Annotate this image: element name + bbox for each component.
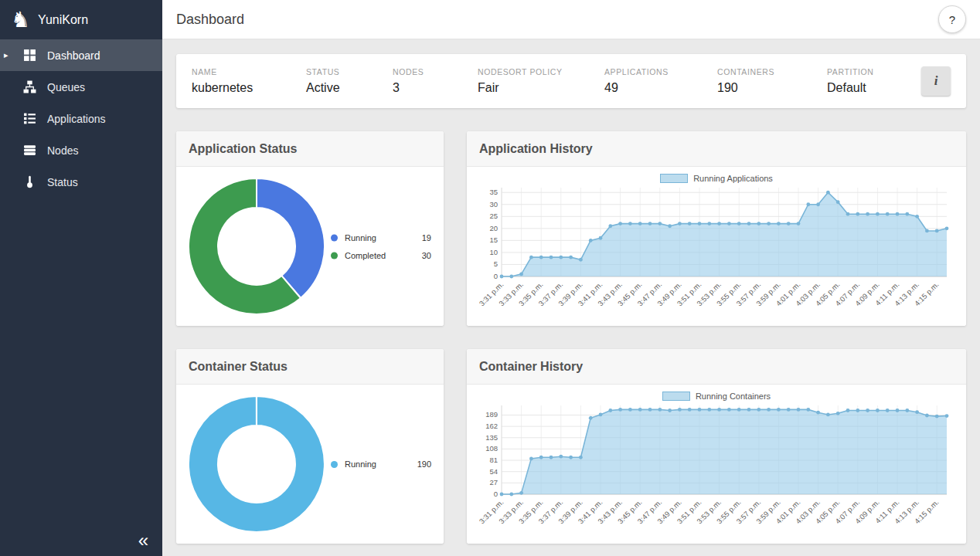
sidebar-item-label: Status (47, 176, 78, 188)
legend-label: Running Applications (693, 174, 773, 183)
application-history-chart-area: Running Applications 3:31 p.m.3:33 p.m.3… (467, 167, 966, 326)
svg-text:5: 5 (494, 259, 498, 268)
svg-text:135: 135 (485, 433, 498, 442)
svg-text:0: 0 (494, 490, 498, 498)
status-icon (23, 175, 36, 188)
application-status-card: Application Status Running 19 (176, 131, 444, 326)
card-title: Container History (479, 360, 583, 374)
sidebar-item-label: Nodes (47, 144, 78, 157)
sidebar-item-label: Applications (47, 113, 106, 125)
legend-value: 19 (422, 233, 431, 242)
legend-swatch-icon (662, 392, 690, 401)
cluster-info-bar: NAME kubernetes STATUS Active NODES 3 NO… (176, 54, 966, 108)
info-field-value: kubernetes (192, 81, 306, 95)
info-button[interactable]: i (921, 66, 951, 96)
legend-swatch-icon (660, 174, 688, 183)
info-field-containers: CONTAINERS 190 (717, 67, 827, 95)
dashboard-icon (23, 49, 36, 62)
info-field-label: NODESORT POLICY (478, 67, 604, 76)
chart-legend[interactable]: Running Containers (662, 392, 771, 401)
legend-value: 30 (422, 251, 431, 260)
svg-text:35: 35 (489, 188, 498, 196)
svg-text:25: 25 (489, 212, 498, 220)
container-status-chart-area: Running 190 (176, 385, 444, 544)
sidebar-collapse-button[interactable]: « (134, 530, 153, 551)
info-field-value: 49 (604, 81, 717, 95)
sidebar-item-queues[interactable]: Queues (0, 71, 162, 103)
unicorn-logo-icon: ♞ (11, 9, 30, 31)
nodes-icon (23, 144, 36, 157)
info-field-value: Active (306, 81, 393, 95)
application-history-chart[interactable]: 3:31 p.m.3:33 p.m.3:35 p.m.3:37 p.m.3:39… (475, 184, 958, 320)
svg-text:81: 81 (489, 456, 498, 464)
svg-text:15: 15 (489, 236, 498, 244)
svg-text:20: 20 (489, 224, 498, 232)
container-history-chart-area: Running Containers 3:31 p.m.3:33 p.m.3:3… (467, 385, 966, 544)
chart-legend[interactable]: Running Applications (660, 174, 773, 183)
yunikorn-app: ♞ YuniKorn ▸ Dashboard Queues (0, 0, 980, 556)
card-title: Application Status (189, 142, 297, 156)
container-history-chart[interactable]: 3:31 p.m.3:33 p.m.3:35 p.m.3:37 p.m.3:39… (475, 402, 958, 537)
info-field-nodes: NODES 3 (393, 67, 478, 95)
brand-name: YuniKorn (38, 13, 88, 27)
legend-value: 190 (417, 459, 431, 469)
applications-icon (23, 112, 36, 125)
sidebar-item-status[interactable]: Status (0, 166, 162, 198)
svg-text:30: 30 (489, 200, 498, 208)
donut-legend: Running 190 (331, 459, 431, 469)
brand: ♞ YuniKorn (0, 0, 162, 39)
cards-grid: Application Status Running 19 (176, 131, 966, 544)
legend-item-running[interactable]: Running 19 (331, 233, 431, 242)
svg-text:108: 108 (485, 444, 498, 453)
svg-text:27: 27 (489, 478, 498, 486)
sidebar-item-label: Dashboard (47, 49, 100, 62)
card-header: Application Status (176, 131, 444, 167)
svg-text:54: 54 (489, 467, 498, 476)
info-field-label: STATUS (306, 67, 393, 76)
sidebar-nav: ▸ Dashboard Queues Applications (0, 39, 162, 198)
info-field-label: APPLICATIONS (604, 67, 717, 76)
svg-text:162: 162 (485, 422, 498, 430)
info-field-applications: APPLICATIONS 49 (604, 67, 717, 95)
application-status-chart-area: Running 19 Completed 30 (176, 167, 444, 326)
sidebar-item-applications[interactable]: Applications (0, 103, 162, 134)
card-header: Container History (467, 349, 966, 385)
info-field-value: Fair (478, 81, 604, 95)
info-field-nodesort-policy: NODESORT POLICY Fair (478, 67, 604, 95)
card-title: Container Status (189, 360, 288, 374)
main-area: Dashboard ? NAME kubernetes STATUS Activ… (162, 0, 980, 556)
svg-text:189: 189 (485, 410, 498, 419)
help-button[interactable]: ? (938, 5, 966, 33)
sidebar-item-label: Queues (47, 81, 85, 93)
info-field-value: 3 (393, 81, 478, 95)
container-history-card: Container History Running Containers 3:3… (467, 349, 966, 544)
info-field-label: NODES (393, 67, 478, 76)
application-status-donut-chart[interactable] (183, 173, 330, 320)
info-field-status: STATUS Active (306, 67, 393, 95)
active-item-arrow-icon: ▸ (4, 50, 9, 60)
card-title: Application History (479, 142, 593, 156)
svg-text:10: 10 (489, 248, 498, 256)
legend-item-completed[interactable]: Completed 30 (331, 251, 431, 260)
legend-label: Running Containers (696, 392, 771, 401)
info-field-label: NAME (192, 67, 306, 76)
svg-text:0: 0 (494, 272, 498, 280)
legend-label: Completed (345, 251, 422, 260)
info-field-partition: PARTITION Default (827, 67, 921, 95)
sidebar-item-nodes[interactable]: Nodes (0, 134, 162, 166)
info-field-label: PARTITION (827, 67, 921, 76)
donut-legend: Running 19 Completed 30 (331, 233, 431, 260)
container-status-card: Container Status Running 190 (176, 349, 444, 544)
card-header: Container Status (176, 349, 444, 385)
topbar: Dashboard ? (162, 0, 980, 39)
container-status-donut-chart[interactable] (183, 391, 330, 537)
card-header: Application History (467, 131, 966, 167)
legend-label: Running (345, 459, 417, 469)
sidebar-item-dashboard[interactable]: ▸ Dashboard (0, 39, 162, 71)
sidebar: ♞ YuniKorn ▸ Dashboard Queues (0, 0, 162, 556)
info-field-value: Default (827, 81, 921, 95)
info-field-value: 190 (717, 81, 827, 95)
legend-swatch-icon (331, 234, 338, 241)
legend-item-running[interactable]: Running 190 (331, 459, 431, 469)
application-history-card: Application History Running Applications… (467, 131, 966, 326)
